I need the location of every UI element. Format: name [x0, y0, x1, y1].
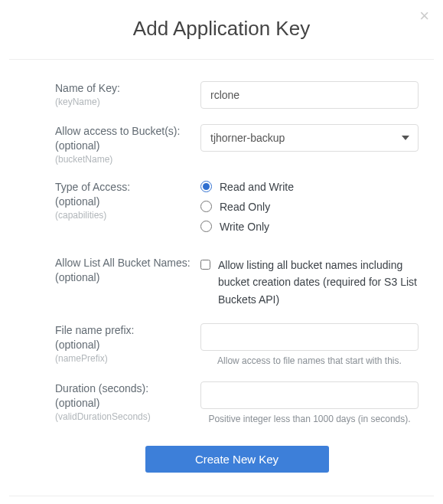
label-col: Allow List All Bucket Names: (optional) [55, 256, 200, 285]
radio-write-only-input[interactable] [200, 221, 212, 232]
modal-title: Add Application Key [0, 0, 443, 59]
form: Name of Key: (keyName) Allow access to B… [0, 60, 443, 496]
radio-read-write-input[interactable] [200, 181, 212, 192]
checkbox-list-buckets-label: Allow listing all bucket names including… [218, 257, 419, 308]
radio-write-only[interactable]: Write Only [200, 221, 419, 233]
tech-bucketname: (bucketName) [55, 154, 193, 165]
row-duration: Duration (seconds): (optional) (validDur… [55, 381, 419, 424]
label-col: File name prefix: (optional) (namePrefix… [55, 323, 200, 364]
input-col: Allow access to file names that start wi… [200, 323, 419, 366]
label-col: Duration (seconds): (optional) (validDur… [55, 381, 200, 422]
label-list-buckets-optional: (optional) [55, 270, 193, 285]
label-col: Type of Access: (optional) (capabilities… [55, 180, 200, 221]
label-name-of-key: Name of Key: [55, 81, 193, 96]
label-bucket-optional: (optional) [55, 139, 193, 153]
radio-read-write-label: Read and Write [220, 181, 294, 193]
label-duration-optional: (optional) [55, 396, 193, 411]
input-col: Positive integer less than 1000 days (in… [200, 381, 419, 424]
checkbox-list-buckets-input[interactable] [200, 259, 210, 270]
close-icon[interactable]: × [419, 8, 429, 25]
footer: Cancel [9, 496, 434, 504]
label-access: Type of Access: [55, 180, 193, 195]
prefix-input[interactable] [200, 323, 419, 351]
list-buckets-group: Allow listing all bucket names including… [200, 256, 419, 308]
checkbox-list-buckets[interactable]: Allow listing all bucket names including… [200, 257, 419, 308]
radio-read-only[interactable]: Read Only [200, 201, 419, 213]
create-key-button[interactable]: Create New Key [145, 446, 329, 473]
label-duration: Duration (seconds): [55, 381, 193, 396]
tech-validduration: (validDurationSeconds) [55, 411, 193, 422]
row-list-buckets: Allow List All Bucket Names: (optional) … [55, 256, 419, 308]
submit-row: Create New Key [55, 440, 419, 488]
label-col: Name of Key: (keyName) [55, 81, 200, 107]
tech-keyname: (keyName) [55, 97, 193, 107]
radio-read-only-label: Read Only [220, 201, 270, 213]
label-prefix: File name prefix: [55, 323, 193, 338]
access-radio-group: Read and Write Read Only Write Only [200, 180, 419, 241]
prefix-hint: Allow access to file names that start wi… [200, 355, 419, 366]
radio-write-only-label: Write Only [220, 221, 269, 233]
row-bucket: Allow access to Bucket(s): (optional) (b… [55, 124, 419, 165]
label-prefix-optional: (optional) [55, 338, 193, 352]
row-prefix: File name prefix: (optional) (namePrefix… [55, 323, 419, 366]
duration-hint: Positive integer less than 1000 days (in… [200, 414, 419, 424]
row-name-of-key: Name of Key: (keyName) [55, 81, 419, 109]
bucket-select[interactable]: tjhorner-backup [200, 124, 419, 152]
row-access: Type of Access: (optional) (capabilities… [55, 180, 419, 241]
radio-read-only-input[interactable] [200, 201, 212, 212]
label-list-buckets: Allow List All Bucket Names: [55, 256, 193, 270]
label-col: Allow access to Bucket(s): (optional) (b… [55, 124, 200, 165]
label-bucket: Allow access to Bucket(s): [55, 124, 193, 139]
input-col [200, 81, 419, 109]
radio-read-write[interactable]: Read and Write [200, 181, 419, 193]
tech-capabilities: (capabilities) [55, 210, 193, 221]
label-access-optional: (optional) [55, 195, 193, 209]
key-name-input[interactable] [200, 81, 419, 109]
bucket-select-wrap: tjhorner-backup [200, 124, 419, 152]
input-col: tjhorner-backup [200, 124, 419, 152]
tech-nameprefix: (namePrefix) [55, 353, 193, 364]
duration-input[interactable] [200, 381, 419, 409]
